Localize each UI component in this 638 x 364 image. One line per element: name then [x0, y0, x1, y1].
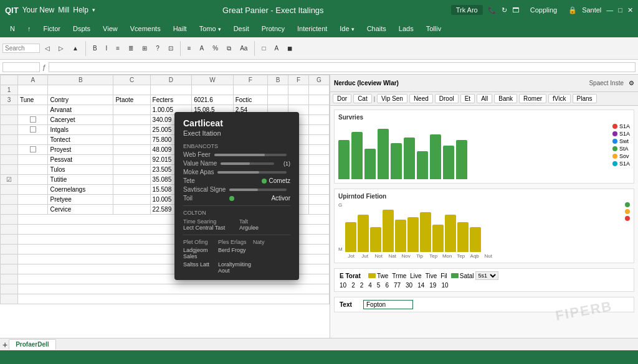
cell[interactable]: [150, 85, 192, 95]
ribbon-format1[interactable]: ≡: [112, 43, 123, 54]
search-input[interactable]: [2, 44, 40, 53]
cell[interactable]: [18, 85, 48, 95]
ribbon-format2[interactable]: ≣: [125, 43, 137, 54]
cell[interactable]: Tulos: [48, 165, 113, 175]
cell[interactable]: [18, 284, 330, 294]
cell[interactable]: Contry: [48, 95, 113, 105]
cell[interactable]: [308, 85, 329, 95]
menu-n[interactable]: N: [5, 24, 20, 34]
ribbon-merge[interactable]: ⊡: [164, 43, 177, 54]
cell[interactable]: [113, 85, 150, 95]
cell[interactable]: Pretyee: [48, 195, 113, 205]
popup-radio-tete[interactable]: Cometz: [262, 177, 290, 184]
menu-up[interactable]: ↑: [22, 24, 36, 34]
ribbon-align2[interactable]: A: [196, 43, 208, 54]
col-header-w[interactable]: W: [192, 75, 234, 85]
col-header-g[interactable]: G: [308, 75, 329, 85]
tab-vipsen[interactable]: Vip Sen: [377, 94, 407, 103]
cell[interactable]: [268, 95, 288, 105]
cell-checkbox[interactable]: [18, 125, 48, 135]
maximize-icon[interactable]: □: [618, 6, 622, 14]
col-header-a[interactable]: A: [18, 75, 48, 85]
text-row-input[interactable]: [363, 300, 413, 309]
tab-fvick[interactable]: fVick: [548, 94, 571, 103]
trk-aro-button[interactable]: Trk Aro: [451, 5, 483, 15]
tab-all[interactable]: All: [477, 94, 492, 103]
minimize-icon[interactable]: —: [606, 6, 613, 14]
ribbon-font[interactable]: Aa: [236, 43, 251, 54]
cell[interactable]: [268, 85, 288, 95]
cell[interactable]: [48, 85, 113, 95]
col-header-c[interactable]: C: [113, 75, 150, 85]
cell[interactable]: [113, 195, 150, 205]
cell-ref-input[interactable]: FC: [2, 62, 40, 72]
cell[interactable]: Tune: [18, 95, 48, 105]
tab-drool[interactable]: Drool: [435, 94, 459, 103]
cell[interactable]: [308, 115, 329, 125]
cell[interactable]: Coernelangs: [48, 185, 113, 195]
cell[interactable]: [113, 175, 150, 185]
cell[interactable]: [308, 195, 329, 205]
cell[interactable]: Caceryet: [48, 115, 113, 125]
cell[interactable]: Foctic: [233, 95, 267, 105]
menu-tolliv[interactable]: Tolliv: [421, 24, 446, 34]
menu-vcements[interactable]: Vcements: [125, 24, 166, 34]
ribbon-back[interactable]: ◁: [41, 43, 54, 54]
help-label[interactable]: Help: [73, 6, 88, 14]
cell[interactable]: [18, 135, 48, 145]
cell[interactable]: [113, 205, 150, 215]
ribbon-format4[interactable]: ?: [152, 43, 163, 54]
menu-hailt[interactable]: Hailt: [168, 24, 192, 34]
cell[interactable]: [288, 95, 309, 105]
cell[interactable]: [18, 195, 48, 205]
ribbon-border[interactable]: □: [258, 43, 269, 54]
panel-settings-icon[interactable]: ⚙: [629, 80, 634, 86]
ribbon-format3[interactable]: ⊞: [138, 43, 151, 54]
cell[interactable]: 6021.6: [192, 95, 234, 105]
tab-et[interactable]: Et: [460, 94, 475, 103]
cell[interactable]: [113, 105, 150, 115]
tab-plans[interactable]: Plans: [573, 94, 597, 103]
cell[interactable]: [113, 115, 150, 125]
cell[interactable]: [18, 175, 48, 185]
add-sheet-button[interactable]: +: [2, 340, 7, 350]
cell[interactable]: [18, 105, 48, 115]
tab-need[interactable]: Need: [409, 94, 433, 103]
menu-ide[interactable]: Ide ▾: [335, 24, 359, 34]
col-header-f[interactable]: F: [233, 75, 267, 85]
cell-checkbox[interactable]: [18, 115, 48, 125]
cell[interactable]: [288, 85, 309, 95]
col-header-d[interactable]: D: [150, 75, 192, 85]
cell-checkbox[interactable]: [18, 145, 48, 155]
ribbon-highlight[interactable]: ◼: [283, 43, 296, 54]
cell[interactable]: Ptaote: [113, 95, 150, 105]
ribbon-up[interactable]: ▲: [69, 43, 82, 54]
cell[interactable]: Arvanat: [48, 105, 113, 115]
menu-desit[interactable]: Desit: [229, 24, 254, 34]
cell[interactable]: [308, 105, 329, 115]
menu-protncy[interactable]: Protncy: [257, 24, 290, 34]
col-header-b[interactable]: B: [48, 75, 113, 85]
cell[interactable]: Pessvat: [48, 155, 113, 165]
cell[interactable]: [113, 165, 150, 175]
menu-dspts[interactable]: Dspts: [68, 24, 95, 34]
cell[interactable]: [308, 95, 329, 105]
ribbon-align3[interactable]: %: [209, 43, 222, 54]
cell[interactable]: [113, 125, 150, 135]
tab-cat[interactable]: Cat: [353, 94, 372, 103]
cell[interactable]: [308, 175, 329, 185]
col-header-b2[interactable]: B: [268, 75, 288, 85]
cell[interactable]: Tutitie: [48, 175, 113, 185]
cell[interactable]: [308, 205, 329, 215]
cell[interactable]: [308, 155, 329, 165]
cell[interactable]: [18, 294, 330, 304]
ribbon-paste[interactable]: ⧉: [223, 43, 235, 54]
cell[interactable]: [113, 145, 150, 155]
ribbon-italic[interactable]: I: [102, 43, 112, 54]
copilot-button[interactable]: Coppling: [524, 4, 563, 16]
ribbon-bold[interactable]: B: [89, 43, 101, 54]
cell[interactable]: [308, 165, 329, 175]
cell[interactable]: Proyest: [48, 145, 113, 155]
cell[interactable]: [192, 85, 234, 95]
ribbon-fwd[interactable]: ▷: [55, 43, 67, 54]
